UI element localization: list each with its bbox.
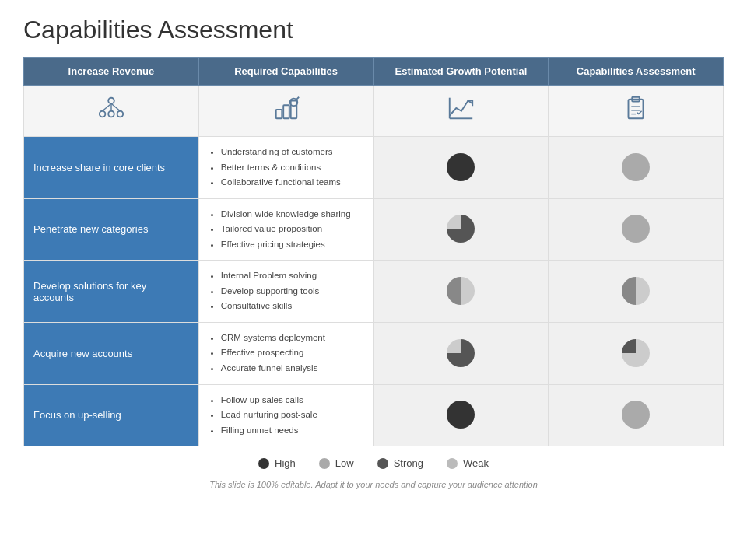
assessment-cell [549, 261, 724, 323]
svg-point-2 [117, 111, 123, 117]
legend-dot [447, 458, 458, 469]
assessment-cell [549, 198, 724, 261]
header-col2: Required Capabilities [198, 58, 374, 86]
assessment-cell [549, 322, 724, 384]
svg-line-5 [111, 103, 120, 111]
assessment-cell [549, 384, 724, 446]
page-title: Capabilities Assessment [23, 16, 724, 44]
revenue-cell: Acquire new accounts [24, 322, 199, 384]
legend-dot [377, 458, 388, 469]
growth-cell [374, 137, 549, 199]
table-header: Increase Revenue Required Capabilities E… [24, 58, 724, 86]
capabilities-cell: Division-wide knowledge sharingTailored … [198, 198, 374, 261]
growth-cell [374, 384, 549, 446]
table-row: Acquire new accountsCRM systems deployme… [24, 322, 724, 384]
table-row: Increase share in core clientsUnderstand… [24, 137, 724, 199]
revenue-cell: Penetrate new categories [24, 198, 199, 261]
legend-label: Strong [394, 457, 423, 469]
legend-dot [319, 458, 330, 469]
icon-clipboard [549, 86, 724, 137]
table-row: Penetrate new categoriesDivision-wide kn… [24, 198, 724, 261]
header-col1: Increase Revenue [24, 58, 199, 86]
icon-chart [374, 86, 549, 137]
legend-label: High [275, 457, 296, 469]
svg-rect-8 [283, 105, 289, 118]
svg-point-1 [100, 111, 106, 117]
legend-label: Low [335, 457, 354, 469]
table-row: Develop solutions for key accountsIntern… [24, 261, 724, 323]
capabilities-cell: CRM systems deploymentEffective prospect… [198, 322, 374, 384]
icon-search [198, 86, 374, 137]
revenue-cell: Develop solutions for key accounts [24, 261, 199, 323]
legend-item: Low [319, 457, 354, 469]
assessment-cell [549, 137, 724, 199]
legend: HighLowStrongWeak [23, 446, 724, 474]
revenue-cell: Focus on up-selling [24, 384, 199, 446]
legend-item: Strong [377, 457, 423, 469]
svg-line-11 [296, 97, 299, 100]
table-row: Focus on up-sellingFollow-up sales calls… [24, 384, 724, 446]
capabilities-cell: Follow-up sales callsLead nurturing post… [198, 384, 374, 446]
legend-dot [258, 458, 269, 469]
svg-rect-9 [290, 101, 296, 119]
icon-row [24, 86, 724, 137]
legend-item: High [258, 457, 296, 469]
footer-text: This slide is 100% editable. Adapt it to… [23, 480, 724, 489]
growth-cell [374, 322, 549, 384]
growth-cell [374, 198, 549, 261]
icon-network [24, 86, 199, 137]
growth-cell [374, 261, 549, 323]
svg-rect-7 [275, 110, 282, 118]
header-col4: Capabilities Assessment [549, 58, 724, 86]
svg-line-4 [102, 103, 110, 111]
svg-point-0 [108, 98, 114, 104]
revenue-cell: Increase share in core clients [24, 137, 199, 199]
legend-item: Weak [447, 457, 489, 469]
legend-label: Weak [463, 457, 489, 469]
capabilities-cell: Understanding of customersBetter terms &… [198, 137, 374, 199]
capabilities-cell: Internal Problem solvingDevelop supporti… [198, 261, 374, 323]
header-col3: Estimated Growth Potential [374, 58, 549, 86]
svg-point-3 [108, 111, 114, 117]
